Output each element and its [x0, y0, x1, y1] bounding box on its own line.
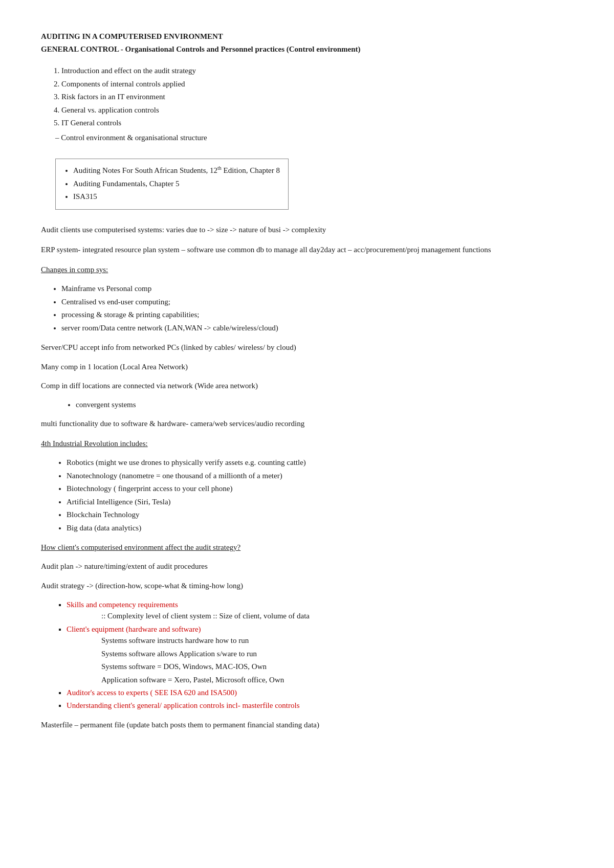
reference-box: Auditing Notes For South African Student…: [55, 159, 289, 210]
page-header: AUDITING IN A COMPUTERISED ENVIRONMENT G…: [41, 31, 573, 55]
strategy-sub-1: :: Complexity level of client system :: …: [101, 610, 573, 622]
list-item: Introduction and effect on the audit str…: [61, 65, 573, 77]
p3-line1: Server/CPU accept info from networked PC…: [41, 342, 573, 353]
list-item: processing & storage & printing capabili…: [61, 309, 573, 321]
audit-strategy-section: How client's computerised environment af…: [41, 542, 573, 711]
revolution-list: Robotics (might we use drones to physica…: [67, 457, 573, 533]
list-item: Components of internal controls applied: [61, 78, 573, 90]
p4-text: multi functionality due to software & ha…: [41, 418, 573, 430]
list-item: General vs. application controls: [61, 104, 573, 116]
list-item: Mainframe vs Personal comp: [61, 283, 573, 295]
audit-p1: Audit plan -> nature/timing/extent of au…: [41, 561, 573, 572]
list-item: Centralised vs end-user computing;: [61, 296, 573, 308]
paragraph-1: Audit clients use computerised systems: …: [41, 224, 573, 236]
p3-line2: Many comp in 1 location (Local Area Netw…: [41, 361, 573, 373]
list-item: Artificial Intelligence (Siri, Tesla): [67, 496, 573, 508]
header-title: AUDITING IN A COMPUTERISED ENVIRONMENT: [41, 31, 573, 42]
dash-item: – Control environment & organisational s…: [55, 132, 573, 144]
strategy-item-4: Understanding client's general/ applicat…: [67, 700, 573, 711]
masterfile-text: Masterfile – permanent file (update batc…: [41, 719, 573, 731]
convergent-list: convergent systems: [76, 399, 573, 411]
strategy-label-1: Skills and competency requirements: [67, 600, 178, 609]
list-item: server room/Data centre network (LAN,WAN…: [61, 322, 573, 334]
audit-heading: How client's computerised environment af…: [41, 542, 573, 553]
revolution-section: 4th Industrial Revolution includes: Robo…: [41, 438, 573, 533]
reference-item-2: Auditing Fundamentals, Chapter 5: [73, 178, 280, 190]
reference-list: Auditing Notes For South African Student…: [73, 164, 280, 203]
list-item: Nanotechnology (nanometre = one thousand…: [67, 470, 573, 482]
changes-heading: Changes in comp sys:: [41, 264, 573, 276]
strategy-item-2: Client's equipment (hardware and softwar…: [67, 624, 573, 686]
reference-item-1: Auditing Notes For South African Student…: [73, 164, 280, 176]
convergent-item: convergent systems: [76, 399, 573, 411]
list-item: Big data (data analytics): [67, 522, 573, 534]
changes-list: Mainframe vs Personal comp Centralised v…: [61, 283, 573, 333]
strategy-label-3: Auditor's access to experts ( SEE ISA 62…: [67, 688, 237, 697]
p2-text: ERP system- integrated resource plan sys…: [41, 244, 573, 256]
numbered-list: Introduction and effect on the audit str…: [61, 65, 573, 129]
strategy-item-3: Auditor's access to experts ( SEE ISA 62…: [67, 687, 573, 699]
list-item: Blockchain Technology: [67, 509, 573, 521]
p3-line3: Comp in diff locations are connected via…: [41, 380, 573, 392]
network-section: Server/CPU accept info from networked PC…: [41, 342, 573, 430]
paragraph-2: ERP system- integrated resource plan sys…: [41, 244, 573, 256]
strategy-list: Skills and competency requirements :: Co…: [67, 599, 573, 711]
equipment-line-4: Application software = Xero, Pastel, Mic…: [101, 674, 573, 686]
p1-text: Audit clients use computerised systems: …: [41, 224, 573, 236]
numbered-section: Introduction and effect on the audit str…: [41, 65, 573, 143]
equipment-line-3: Systems software = DOS, Windows, MAC-IOS…: [101, 661, 573, 673]
list-item: Robotics (might we use drones to physica…: [67, 457, 573, 469]
strategy-label-2: Client's equipment (hardware and softwar…: [67, 625, 201, 633]
list-item: Biotechnology ( fingerprint access to yo…: [67, 483, 573, 495]
changes-section: Changes in comp sys: Mainframe vs Person…: [41, 264, 573, 333]
strategy-label-4: Understanding client's general/ applicat…: [67, 701, 299, 709]
strategy-item-1: Skills and competency requirements :: Co…: [67, 599, 573, 622]
audit-p2: Audit strategy -> (direction-how, scope-…: [41, 580, 573, 592]
reference-item-3: ISA315: [73, 191, 280, 203]
equipment-line-1: Systems software instructs hardware how …: [101, 635, 573, 647]
equipment-line-2: Systems software allows Application s/wa…: [101, 648, 573, 660]
masterfile-section: Masterfile – permanent file (update batc…: [41, 719, 573, 731]
revolution-heading: 4th Industrial Revolution includes:: [41, 438, 573, 450]
header-subtitle: GENERAL CONTROL - Organisational Control…: [41, 43, 573, 55]
list-item: Risk factors in an IT environment: [61, 91, 573, 103]
list-item: IT General controls: [61, 117, 573, 129]
